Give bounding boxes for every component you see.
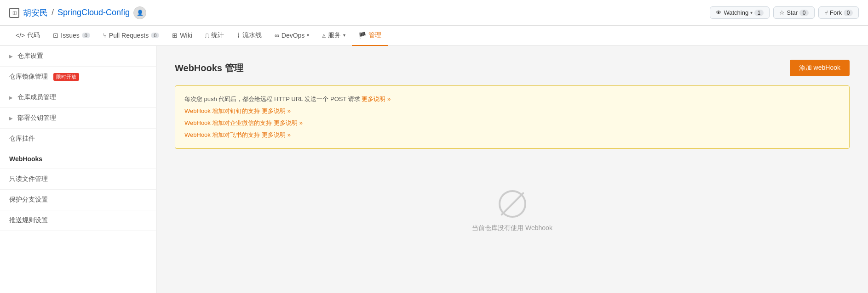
nav-item-services[interactable]: ⍋ 服务 ▾ bbox=[316, 26, 352, 46]
info-link-1[interactable]: 更多说明 » bbox=[362, 96, 391, 102]
pr-badge: 0 bbox=[151, 33, 159, 38]
pipeline-icon: ⌇ bbox=[237, 32, 240, 39]
fork-count: 0 bbox=[844, 10, 853, 16]
repo-icon: ◫ bbox=[9, 8, 19, 18]
info-item-1: 每次您 push 代码后，都会给远程 HTTP URL 发送一个 POST 请求… bbox=[184, 93, 840, 105]
wiki-icon: ⊞ bbox=[172, 32, 178, 39]
fork-icon: ⑂ bbox=[824, 9, 828, 16]
nav-item-stats[interactable]: ⎍ 统计 bbox=[199, 26, 230, 46]
collapse-arrow-members-icon: ▶ bbox=[9, 95, 13, 100]
star-label: Star bbox=[787, 9, 798, 16]
eye-icon: 👁 bbox=[716, 9, 722, 16]
sidebar-item-push-rules[interactable]: 推送规则设置 bbox=[0, 210, 156, 231]
devops-icon: ∞ bbox=[275, 32, 279, 39]
watch-chevron: ▾ bbox=[750, 10, 753, 15]
sidebar-item-repo-settings[interactable]: ▶ 仓库设置 bbox=[0, 46, 156, 67]
nav-issues-label: Issues bbox=[61, 32, 79, 39]
page-title: WebHooks 管理 bbox=[175, 62, 243, 74]
repo-actions: 👁 Watching ▾ 1 ☆ Star 0 ⑂ Fork 0 bbox=[710, 6, 859, 19]
info-link-2[interactable]: WebHook 增加对钉钉的支持 更多说明 » bbox=[184, 107, 291, 114]
sidebar-label-repo-mirror: 仓库镜像管理 bbox=[9, 73, 48, 81]
fork-label: Fork bbox=[830, 9, 842, 16]
sidebar: ▶ 仓库设置 仓库镜像管理 限时开放 ▶ 仓库成员管理 ▶ 部署公钥管理 仓库挂… bbox=[0, 46, 156, 293]
avatar[interactable]: 👤 bbox=[133, 6, 146, 19]
issues-badge: 0 bbox=[82, 33, 90, 38]
info-item-3: WebHook 增加对企业微信的支持 更多说明 » bbox=[184, 117, 840, 129]
manage-icon: 🏴 bbox=[358, 32, 366, 39]
sidebar-item-branch-protect[interactable]: 保护分支设置 bbox=[0, 190, 156, 210]
sidebar-label-readonly-files: 只读文件管理 bbox=[9, 175, 48, 183]
star-button[interactable]: ☆ Star 0 bbox=[773, 6, 815, 19]
info-box: 每次您 push 代码后，都会给远程 HTTP URL 发送一个 POST 请求… bbox=[175, 85, 850, 149]
watch-label: Watching bbox=[724, 9, 748, 16]
repo-name-link[interactable]: SpringCloud-Config bbox=[57, 8, 130, 17]
empty-icon bbox=[499, 190, 526, 218]
sidebar-item-deploy-keys[interactable]: ▶ 部署公钥管理 bbox=[0, 108, 156, 129]
info-item-2: WebHook 增加对钉钉的支持 更多说明 » bbox=[184, 105, 840, 117]
sidebar-item-repo-mirror[interactable]: 仓库镜像管理 限时开放 bbox=[0, 67, 156, 87]
info-link-3[interactable]: WebHook 增加对企业微信的支持 更多说明 » bbox=[184, 119, 303, 126]
nav-pipeline-label: 流水线 bbox=[242, 31, 262, 39]
sidebar-item-repo-members[interactable]: ▶ 仓库成员管理 bbox=[0, 87, 156, 108]
empty-state: 当前仓库没有使用 Webhook bbox=[175, 163, 850, 251]
services-icon: ⍋ bbox=[322, 32, 326, 39]
nav-pr-label: Pull Requests bbox=[109, 32, 149, 39]
stats-icon: ⎍ bbox=[205, 32, 209, 39]
nav-wiki-label: Wiki bbox=[180, 32, 192, 39]
limited-badge: 限时开放 bbox=[53, 73, 79, 81]
sidebar-label-repo-members: 仓库成员管理 bbox=[17, 93, 56, 101]
separator: / bbox=[52, 8, 54, 17]
repo-owner-link[interactable]: 胡安民 bbox=[23, 7, 48, 18]
code-icon: </> bbox=[16, 32, 25, 39]
nav-item-issues[interactable]: ⊡ Issues 0 bbox=[46, 26, 97, 46]
star-count: 0 bbox=[799, 10, 809, 16]
sidebar-label-repo-hook: 仓库挂件 bbox=[9, 135, 35, 143]
collapse-arrow-keys-icon: ▶ bbox=[9, 116, 13, 121]
pr-icon: ⑂ bbox=[103, 32, 107, 39]
add-webhook-button[interactable]: 添加 webHook bbox=[790, 60, 850, 76]
nav-item-pullrequests[interactable]: ⑂ Pull Requests 0 bbox=[97, 26, 166, 46]
info-item-4: WebHook 增加对飞书的支持 更多说明 » bbox=[184, 129, 840, 141]
devops-chevron: ▾ bbox=[307, 33, 309, 38]
nav-code-label: 代码 bbox=[27, 31, 40, 39]
issues-icon: ⊡ bbox=[53, 32, 58, 39]
watch-button[interactable]: 👁 Watching ▾ 1 bbox=[710, 6, 770, 19]
watch-count: 1 bbox=[754, 10, 764, 16]
main-layout: ▶ 仓库设置 仓库镜像管理 限时开放 ▶ 仓库成员管理 ▶ 部署公钥管理 仓库挂… bbox=[0, 46, 868, 293]
nav-item-code[interactable]: </> 代码 bbox=[9, 26, 46, 46]
sidebar-label-push-rules: 推送规则设置 bbox=[9, 216, 48, 225]
sidebar-item-repo-hook[interactable]: 仓库挂件 bbox=[0, 129, 156, 149]
content-area: WebHooks 管理 添加 webHook 每次您 push 代码后，都会给远… bbox=[156, 46, 868, 293]
sidebar-label-deploy-keys: 部署公钥管理 bbox=[17, 114, 56, 122]
nav-item-devops[interactable]: ∞ DevOps ▾ bbox=[268, 26, 316, 46]
services-chevron: ▾ bbox=[343, 33, 345, 38]
fork-button[interactable]: ⑂ Fork 0 bbox=[818, 6, 859, 19]
nav-bar: </> 代码 ⊡ Issues 0 ⑂ Pull Requests 0 ⊞ Wi… bbox=[0, 26, 868, 46]
sidebar-item-readonly-files[interactable]: 只读文件管理 bbox=[0, 169, 156, 190]
sidebar-label-repo-settings: 仓库设置 bbox=[17, 52, 43, 60]
nav-manage-label: 管理 bbox=[368, 31, 381, 39]
sidebar-item-webhooks[interactable]: WebHooks bbox=[0, 149, 156, 169]
nav-devops-label: DevOps bbox=[282, 32, 305, 39]
nav-item-manage[interactable]: 🏴 管理 bbox=[352, 26, 388, 46]
repo-title: ◫ 胡安民 / SpringCloud-Config 👤 bbox=[9, 6, 146, 19]
info-link-4[interactable]: WebHook 增加对飞书的支持 更多说明 » bbox=[184, 131, 291, 138]
content-header: WebHooks 管理 添加 webHook bbox=[175, 60, 850, 76]
star-icon: ☆ bbox=[779, 9, 785, 16]
sidebar-label-webhooks: WebHooks bbox=[9, 155, 42, 163]
nav-item-wiki[interactable]: ⊞ Wiki bbox=[166, 26, 198, 46]
top-header: ◫ 胡安民 / SpringCloud-Config 👤 👁 Watching … bbox=[0, 0, 868, 26]
nav-item-pipeline[interactable]: ⌇ 流水线 bbox=[230, 26, 268, 46]
nav-services-label: 服务 bbox=[328, 31, 341, 39]
collapse-arrow-icon: ▶ bbox=[9, 54, 13, 59]
empty-text: 当前仓库没有使用 Webhook bbox=[472, 224, 552, 232]
sidebar-label-branch-protect: 保护分支设置 bbox=[9, 196, 48, 204]
nav-stats-label: 统计 bbox=[211, 31, 224, 39]
